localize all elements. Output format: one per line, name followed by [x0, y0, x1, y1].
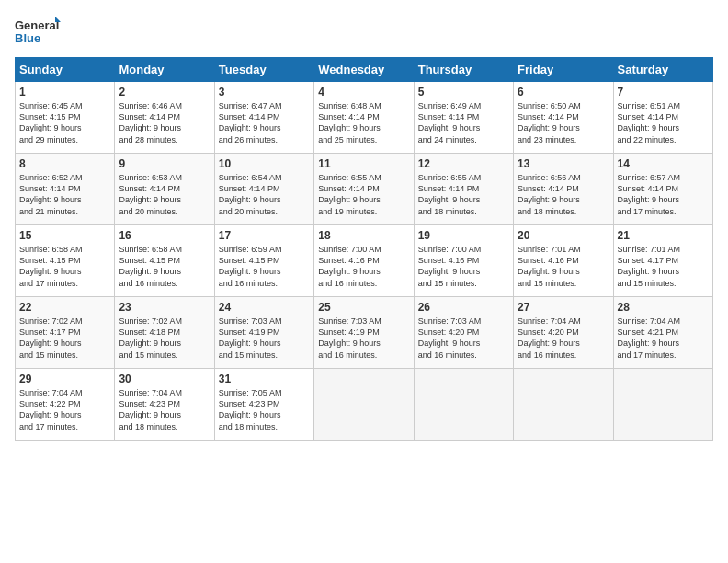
day-cell: 29Sunrise: 7:04 AMSunset: 4:22 PMDayligh… — [16, 369, 115, 441]
day-cell: 15Sunrise: 6:58 AMSunset: 4:15 PMDayligh… — [16, 225, 115, 297]
col-header-wednesday: Wednesday — [314, 58, 414, 82]
logo: General Blue — [15, 15, 61, 48]
day-number: 25 — [318, 300, 409, 315]
day-cell: 23Sunrise: 7:02 AMSunset: 4:18 PMDayligh… — [115, 297, 214, 369]
day-number: 9 — [119, 156, 210, 171]
day-number: 19 — [418, 228, 509, 243]
col-header-monday: Monday — [115, 58, 214, 82]
day-cell: 30Sunrise: 7:04 AMSunset: 4:23 PMDayligh… — [115, 369, 214, 441]
day-number: 16 — [119, 228, 210, 243]
week-row-5: 29Sunrise: 7:04 AMSunset: 4:22 PMDayligh… — [16, 369, 713, 441]
day-cell: 20Sunrise: 7:01 AMSunset: 4:16 PMDayligh… — [514, 225, 613, 297]
header: General Blue — [15, 15, 713, 48]
day-number: 24 — [219, 300, 310, 315]
day-number: 1 — [19, 85, 110, 99]
day-cell: 5Sunrise: 6:49 AMSunset: 4:14 PMDaylight… — [414, 82, 513, 154]
page-container: General Blue SundayMondayTuesdayWednesda… — [0, 0, 728, 448]
day-cell: 13Sunrise: 6:56 AMSunset: 4:14 PMDayligh… — [514, 154, 613, 225]
day-cell: 24Sunrise: 7:03 AMSunset: 4:19 PMDayligh… — [214, 297, 313, 369]
week-row-3: 15Sunrise: 6:58 AMSunset: 4:15 PMDayligh… — [16, 225, 713, 297]
day-cell: 17Sunrise: 6:59 AMSunset: 4:15 PMDayligh… — [214, 225, 313, 297]
day-number: 30 — [119, 372, 210, 386]
day-number: 31 — [219, 372, 310, 386]
col-header-saturday: Saturday — [613, 58, 712, 82]
day-cell: 8Sunrise: 6:52 AMSunset: 4:14 PMDaylight… — [16, 154, 115, 225]
day-cell — [414, 369, 513, 441]
day-cell: 12Sunrise: 6:55 AMSunset: 4:14 PMDayligh… — [414, 154, 513, 225]
day-number: 5 — [418, 85, 509, 99]
day-number: 26 — [418, 300, 509, 315]
day-cell: 7Sunrise: 6:51 AMSunset: 4:14 PMDaylight… — [613, 82, 712, 154]
day-cell — [314, 369, 414, 441]
day-cell: 3Sunrise: 6:47 AMSunset: 4:14 PMDaylight… — [214, 82, 313, 154]
day-number: 29 — [19, 372, 110, 386]
col-header-friday: Friday — [514, 58, 613, 82]
day-cell: 10Sunrise: 6:54 AMSunset: 4:14 PMDayligh… — [214, 154, 313, 225]
day-number: 7 — [618, 85, 709, 99]
day-cell: 31Sunrise: 7:05 AMSunset: 4:23 PMDayligh… — [214, 369, 313, 441]
week-row-4: 22Sunrise: 7:02 AMSunset: 4:17 PMDayligh… — [16, 297, 713, 369]
day-cell: 21Sunrise: 7:01 AMSunset: 4:17 PMDayligh… — [613, 225, 712, 297]
day-cell: 6Sunrise: 6:50 AMSunset: 4:14 PMDaylight… — [514, 82, 613, 154]
day-number: 23 — [119, 300, 210, 315]
day-number: 12 — [418, 156, 509, 171]
svg-text:General: General — [15, 18, 59, 32]
svg-marker-2 — [55, 17, 61, 22]
day-cell: 19Sunrise: 7:00 AMSunset: 4:16 PMDayligh… — [414, 225, 513, 297]
header-row: SundayMondayTuesdayWednesdayThursdayFrid… — [16, 58, 713, 82]
col-header-thursday: Thursday — [414, 58, 513, 82]
day-number: 6 — [518, 85, 609, 99]
day-cell: 1Sunrise: 6:45 AMSunset: 4:15 PMDaylight… — [16, 82, 115, 154]
day-number: 20 — [518, 228, 609, 243]
svg-text:Blue: Blue — [15, 31, 40, 45]
day-number: 17 — [219, 228, 310, 243]
day-number: 8 — [19, 156, 110, 171]
day-number: 28 — [618, 300, 709, 315]
day-cell: 27Sunrise: 7:04 AMSunset: 4:20 PMDayligh… — [514, 297, 613, 369]
day-cell: 11Sunrise: 6:55 AMSunset: 4:14 PMDayligh… — [314, 154, 414, 225]
day-number: 13 — [518, 156, 609, 171]
day-number: 14 — [618, 156, 709, 171]
day-number: 21 — [618, 228, 709, 243]
day-number: 4 — [318, 85, 409, 99]
calendar-table: SundayMondayTuesdayWednesdayThursdayFrid… — [15, 57, 713, 441]
day-cell: 2Sunrise: 6:46 AMSunset: 4:14 PMDaylight… — [115, 82, 214, 154]
col-header-sunday: Sunday — [16, 58, 115, 82]
day-number: 22 — [19, 300, 110, 315]
week-row-2: 8Sunrise: 6:52 AMSunset: 4:14 PMDaylight… — [16, 154, 713, 225]
week-row-1: 1Sunrise: 6:45 AMSunset: 4:15 PMDaylight… — [16, 82, 713, 154]
day-cell: 4Sunrise: 6:48 AMSunset: 4:14 PMDaylight… — [314, 82, 414, 154]
day-number: 18 — [318, 228, 409, 243]
day-cell: 25Sunrise: 7:03 AMSunset: 4:19 PMDayligh… — [314, 297, 414, 369]
day-cell: 16Sunrise: 6:58 AMSunset: 4:15 PMDayligh… — [115, 225, 214, 297]
day-number: 3 — [219, 85, 310, 99]
day-cell: 26Sunrise: 7:03 AMSunset: 4:20 PMDayligh… — [414, 297, 513, 369]
day-cell — [514, 369, 613, 441]
day-number: 2 — [119, 85, 210, 99]
day-cell — [613, 369, 712, 441]
day-cell: 14Sunrise: 6:57 AMSunset: 4:14 PMDayligh… — [613, 154, 712, 225]
col-header-tuesday: Tuesday — [214, 58, 313, 82]
day-number: 15 — [19, 228, 110, 243]
logo-svg: General Blue — [15, 15, 61, 48]
day-cell: 18Sunrise: 7:00 AMSunset: 4:16 PMDayligh… — [314, 225, 414, 297]
day-cell: 22Sunrise: 7:02 AMSunset: 4:17 PMDayligh… — [16, 297, 115, 369]
day-number: 11 — [318, 156, 409, 171]
day-number: 27 — [518, 300, 609, 315]
day-number: 10 — [219, 156, 310, 171]
day-cell: 9Sunrise: 6:53 AMSunset: 4:14 PMDaylight… — [115, 154, 214, 225]
day-cell: 28Sunrise: 7:04 AMSunset: 4:21 PMDayligh… — [613, 297, 712, 369]
